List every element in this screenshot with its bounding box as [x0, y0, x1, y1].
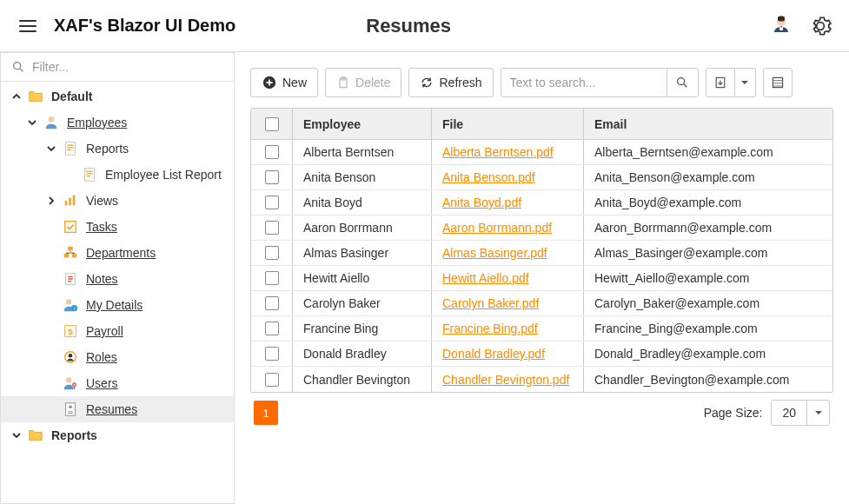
nav-item-notes[interactable]: Notes	[1, 266, 234, 292]
page-size-value: 20	[772, 406, 806, 420]
file-link[interactable]: Aaron Borrmann.pdf	[442, 221, 552, 235]
nav-item-label: Roles	[86, 350, 117, 364]
nav-group-label: Reports	[51, 428, 97, 442]
file-link[interactable]: Anita Boyd.pdf	[442, 196, 521, 209]
row-select-cell[interactable]	[251, 367, 293, 392]
nav-item-users[interactable]: Users	[1, 370, 234, 396]
file-link[interactable]: Francine Bing.pdf	[442, 322, 538, 335]
pager: 1 Page Size: 20	[250, 393, 833, 426]
cell-email: Francine_Bing@example.com	[584, 316, 832, 341]
sidebar-filter-input[interactable]	[32, 60, 223, 74]
row-select-cell[interactable]	[251, 165, 293, 189]
file-link[interactable]: Almas Basinger.pdf	[442, 246, 547, 260]
file-link[interactable]: Alberta Berntsen.pdf	[442, 145, 554, 159]
nav-item-reports[interactable]: Reports	[1, 136, 234, 162]
checkbox-icon	[265, 373, 279, 387]
nav-item-resumes[interactable]: Resumes	[1, 396, 234, 422]
cell-employee: Francine Bing	[293, 316, 432, 341]
cell-employee: Hewitt Aiello	[293, 266, 432, 290]
report-icon	[81, 166, 98, 183]
nav-item-label: Users	[86, 376, 118, 390]
file-link[interactable]: Chandler Bevington.pdf	[442, 373, 569, 387]
table-row[interactable]: Hewitt AielloHewitt Aiello.pdfHewitt_Aie…	[251, 266, 832, 291]
row-select-cell[interactable]	[251, 140, 293, 164]
new-button[interactable]: New	[250, 68, 318, 97]
nav-item-label: My Details	[86, 298, 143, 312]
file-link[interactable]: Donald Bradley.pdf	[442, 347, 545, 361]
search-button[interactable]	[667, 69, 698, 96]
page-size-dropdown[interactable]	[806, 401, 829, 425]
trash-icon	[336, 76, 350, 90]
svg-rect-29	[66, 403, 76, 415]
table-row[interactable]: Almas BasingerAlmas Basinger.pdfAlmas_Ba…	[251, 241, 832, 266]
user-avatar[interactable]	[769, 14, 793, 38]
svg-rect-9	[86, 171, 92, 172]
page-size-selector[interactable]: 20	[771, 400, 830, 426]
nav-item-my-details[interactable]: i My Details	[1, 292, 234, 318]
report-icon	[62, 140, 79, 157]
table-row[interactable]: Chandler BevingtonChandler Bevington.pdf…	[251, 367, 832, 392]
svg-point-28	[73, 383, 76, 387]
cell-email: Anita_Benson@example.com	[584, 165, 832, 189]
sidebar-filter[interactable]	[1, 53, 234, 82]
svg-point-26	[69, 354, 73, 358]
roles-icon	[62, 348, 79, 366]
nav-group-default[interactable]: Default	[1, 83, 234, 109]
file-link[interactable]: Hewitt Aiello.pdf	[442, 271, 529, 285]
column-header-employee[interactable]: Employee	[293, 109, 432, 139]
row-select-cell[interactable]	[251, 241, 293, 265]
svg-point-32	[678, 78, 685, 85]
table-row[interactable]: Aaron BorrmannAaron Borrmann.pdfAaron_Bo…	[251, 216, 832, 241]
nav-group-label: Default	[51, 90, 92, 103]
export-button[interactable]	[706, 68, 735, 97]
table-row[interactable]: Donald BradleyDonald Bradley.pdfDonald_B…	[251, 342, 832, 367]
nav-item-payroll[interactable]: $ Payroll	[1, 318, 234, 344]
header: XAF's Blazor UI Demo Resumes	[0, 0, 849, 52]
row-select-cell[interactable]	[251, 266, 293, 290]
column-header-file[interactable]: File	[432, 109, 584, 139]
nav-item-tasks[interactable]: Tasks	[1, 214, 234, 240]
nav-item-views[interactable]: Views	[1, 188, 234, 214]
row-select-cell[interactable]	[251, 342, 293, 366]
select-all-cell[interactable]	[251, 109, 293, 139]
delete-button[interactable]: Delete	[325, 68, 401, 97]
row-select-cell[interactable]	[251, 190, 293, 215]
export-dropdown[interactable]	[735, 68, 756, 97]
cell-employee: Anita Benson	[293, 165, 432, 189]
row-select-cell[interactable]	[251, 316, 293, 341]
file-link[interactable]: Carolyn Baker.pdf	[442, 296, 539, 310]
nav-group-reports[interactable]: Reports	[1, 422, 234, 448]
svg-rect-14	[73, 196, 76, 206]
page-number-current[interactable]: 1	[254, 401, 278, 425]
table-row[interactable]: Francine BingFrancine Bing.pdfFrancine_B…	[251, 316, 832, 342]
row-select-cell[interactable]	[251, 291, 293, 315]
row-select-cell[interactable]	[251, 216, 293, 240]
hamburger-menu-button[interactable]	[17, 16, 38, 36]
nav-item-departments[interactable]: Departments	[1, 240, 234, 266]
page-size-label: Page Size:	[704, 406, 763, 420]
table-row[interactable]: Carolyn BakerCarolyn Baker.pdfCarolyn_Ba…	[251, 291, 832, 316]
nav-item-label: Employee List Report	[105, 168, 222, 182]
table-row[interactable]: Anita BensonAnita Benson.pdfAnita_Benson…	[251, 165, 832, 190]
nav-item-roles[interactable]: Roles	[1, 344, 234, 370]
cell-employee: Chandler Bevington	[293, 367, 432, 392]
nav-item-employee-list-report[interactable]: Employee List Report	[1, 162, 234, 188]
nav-item-employees[interactable]: Employees	[1, 109, 234, 136]
app-title: XAF's Blazor UI Demo	[54, 16, 235, 36]
column-chooser-button[interactable]	[763, 68, 793, 97]
cell-file: Chandler Bevington.pdf	[432, 367, 584, 392]
settings-gear-icon[interactable]	[809, 15, 832, 37]
column-header-email[interactable]: Email	[584, 109, 832, 139]
nav-item-label: Departments	[86, 246, 156, 260]
cell-employee: Aaron Borrmann	[293, 216, 432, 240]
checkbox-icon	[265, 296, 279, 310]
svg-rect-17	[64, 254, 69, 258]
table-row[interactable]: Anita BoydAnita Boyd.pdfAnita_Boyd@examp…	[251, 190, 832, 216]
search-input[interactable]	[501, 69, 667, 96]
table-row[interactable]: Alberta BerntsenAlberta Berntsen.pdfAlbe…	[251, 140, 832, 165]
export-split-button	[706, 68, 756, 97]
file-link[interactable]: Anita Benson.pdf	[442, 170, 535, 184]
refresh-button[interactable]: Refresh	[408, 68, 493, 97]
svg-point-3	[49, 116, 54, 122]
svg-text:$: $	[68, 327, 73, 336]
